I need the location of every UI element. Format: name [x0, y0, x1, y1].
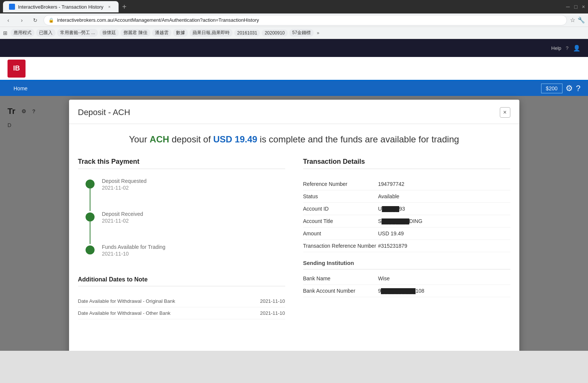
- timeline-dot-col-3: [86, 244, 95, 254]
- additional-dates-divider: [78, 286, 285, 286]
- sending-institution-divider: [303, 269, 510, 269]
- modal-header: Deposit - ACH ×: [69, 100, 519, 124]
- browser-titlebar: InteractiveBrokers - Transaction History…: [0, 0, 588, 13]
- modal-body: Your ACH deposit of USD 19.49 is complet…: [69, 124, 519, 328]
- account-title-redacted: ████████: [382, 218, 409, 224]
- timeline-label-3: Funds Available for Trading: [102, 244, 165, 250]
- extensions-icon[interactable]: 🔧: [577, 16, 585, 24]
- timeline-item-2: Deposit Received 2021-11-02: [86, 211, 285, 244]
- top-navigation: Help ? 👤: [0, 39, 588, 57]
- account-id-redacted: █████: [382, 206, 399, 212]
- confirmation-suffix: is complete and the funds are available …: [257, 134, 459, 144]
- tab-favicon: [9, 4, 15, 10]
- timeline-line-1: [90, 189, 90, 211]
- bookmarks-bar: ⊞ 應用程式 已匯入 常用書籤--勞工 ... 徐懷廷 鄧麗君 陳佳 潘越雲 數…: [0, 27, 588, 39]
- bookmarks-more-button[interactable]: »: [317, 30, 319, 36]
- bookmark-imported[interactable]: 已匯入: [36, 29, 56, 37]
- track-payment-title: Track this Payment: [78, 158, 285, 166]
- detail-row-reference: Reference Number 194797742: [303, 178, 510, 190]
- sub-navigation: Home $200 ⚙ ?: [0, 81, 588, 96]
- modal-close-button[interactable]: ×: [500, 107, 510, 118]
- timeline-content-3: Funds Available for Trading 2021-11-10: [102, 244, 165, 264]
- bookmark-data[interactable]: 數據: [173, 29, 188, 37]
- minimize-button[interactable]: ─: [566, 4, 570, 10]
- logo-text: IB: [13, 64, 20, 72]
- address-bar[interactable]: 🔒 interactivebrokers.com.au/AccountManag…: [44, 15, 567, 25]
- url-text: interactivebrokers.com.au/AccountManagem…: [57, 17, 259, 23]
- bookmark-2016[interactable]: 20161031: [234, 30, 260, 36]
- restore-button[interactable]: □: [574, 4, 577, 10]
- timeline-date-2: 2021-11-02: [102, 218, 143, 224]
- bookmark-pan[interactable]: 潘越雲: [152, 29, 171, 37]
- sending-institution-header: Sending Institution: [303, 260, 510, 266]
- detail-label-reference: Reference Number: [303, 181, 378, 187]
- detail-row-status: Status Available: [303, 190, 510, 203]
- page-background: Help ? 👤 IB Home $200 ⚙ ? Tr ⚙ ? D: [0, 39, 588, 351]
- confirmation-prefix: Your: [129, 134, 150, 144]
- help-link[interactable]: Help: [551, 45, 561, 51]
- additional-date-value-2: 2021-11-10: [260, 310, 285, 316]
- ib-header: IB: [0, 57, 588, 81]
- bookmark-xu[interactable]: 徐懷廷: [99, 29, 119, 37]
- bookmark-2020[interactable]: 20200910: [262, 30, 287, 36]
- confirmation-message: Your ACH deposit of USD 19.49 is complet…: [78, 133, 510, 146]
- detail-value-status: Available: [378, 193, 400, 199]
- additional-date-value-1: 2021-11-10: [260, 298, 285, 304]
- timeline-date-1: 2021-11-02: [102, 185, 147, 191]
- detail-value-account-title: S████████DING: [378, 218, 423, 224]
- amount-highlight: USD 19.49: [213, 134, 257, 144]
- close-button[interactable]: ×: [582, 4, 585, 10]
- timeline-dot-3: [86, 245, 95, 254]
- confirmation-middle: deposit of: [169, 134, 213, 144]
- deposit-modal: Deposit - ACH × Your ACH deposit of USD …: [69, 100, 519, 351]
- back-button[interactable]: ‹: [3, 15, 14, 25]
- modal-overlay: Deposit - ACH × Your ACH deposit of USD …: [0, 96, 588, 351]
- forward-button[interactable]: ›: [17, 15, 27, 25]
- timeline-line-2: [90, 221, 90, 244]
- transaction-details-divider: [303, 169, 510, 169]
- bookmark-57[interactable]: 57金錢標: [289, 29, 314, 37]
- bookmark-apple[interactable]: 蘋果日報,蘋果即時: [189, 29, 233, 37]
- timeline-content-1: Deposit Requested 2021-11-02: [102, 178, 147, 198]
- detail-row-amount: Amount USD 19.49: [303, 227, 510, 240]
- ib-logo: IB: [8, 60, 26, 78]
- timeline-dot-col-1: [86, 178, 95, 211]
- bookmark-deng[interactable]: 鄧麗君 陳佳: [120, 29, 150, 37]
- timeline-label-1: Deposit Requested: [102, 178, 147, 184]
- track-payment-divider: [78, 169, 285, 169]
- tab-title: InteractiveBrokers - Transaction History: [18, 4, 104, 10]
- content-area: Tr ⚙ ? D Deposit - ACH × Your AC: [0, 96, 588, 351]
- home-nav-item[interactable]: Home: [8, 85, 33, 91]
- detail-value-bank-account: 9██████████108: [378, 288, 424, 294]
- new-tab-button[interactable]: +: [122, 3, 127, 11]
- active-tab[interactable]: InteractiveBrokers - Transaction History…: [3, 1, 119, 12]
- question-nav-icon[interactable]: ?: [566, 45, 568, 51]
- bank-account-redacted: ██████████: [381, 288, 415, 294]
- bookmark-common[interactable]: 常用書籤--勞工 ...: [57, 29, 98, 37]
- transaction-details-title: Transaction Details: [303, 158, 510, 166]
- gear-icon[interactable]: ⚙: [565, 84, 573, 93]
- additional-date-label-2: Date Available for Withdrawal - Other Ba…: [78, 310, 171, 316]
- timeline-dot-1: [86, 180, 95, 189]
- detail-label-account-title: Account Title: [303, 218, 378, 224]
- detail-value-amount: USD 19.49: [378, 230, 404, 236]
- reload-button[interactable]: ↻: [30, 15, 41, 25]
- help-circle-icon[interactable]: ?: [576, 84, 580, 93]
- apps-icon[interactable]: ⊞: [3, 30, 8, 36]
- detail-row-account-title: Account Title S████████DING: [303, 215, 510, 227]
- modal-title: Deposit - ACH: [78, 108, 130, 117]
- additional-date-row-1: Date Available for Withdrawal - Original…: [78, 295, 285, 307]
- user-nav-icon[interactable]: 👤: [573, 45, 580, 52]
- payment-timeline: Deposit Requested 2021-11-02: [78, 178, 285, 264]
- star-icon[interactable]: ☆: [570, 16, 575, 24]
- detail-value-reference: 194797742: [378, 181, 405, 187]
- detail-value-bank-name: Wise: [378, 275, 390, 281]
- detail-label-bank-name: Bank Name: [303, 275, 378, 281]
- bookmark-apps[interactable]: 應用程式: [11, 29, 35, 37]
- additional-dates-title: Additional Dates to Note: [78, 276, 285, 283]
- timeline-label-2: Deposit Received: [102, 211, 143, 217]
- tab-close-button[interactable]: ×: [107, 4, 113, 10]
- ach-highlight: ACH: [150, 134, 169, 144]
- detail-row-bank-account: Bank Account Number 9██████████108: [303, 285, 510, 297]
- sub-nav-right: $200 ⚙ ?: [541, 84, 580, 93]
